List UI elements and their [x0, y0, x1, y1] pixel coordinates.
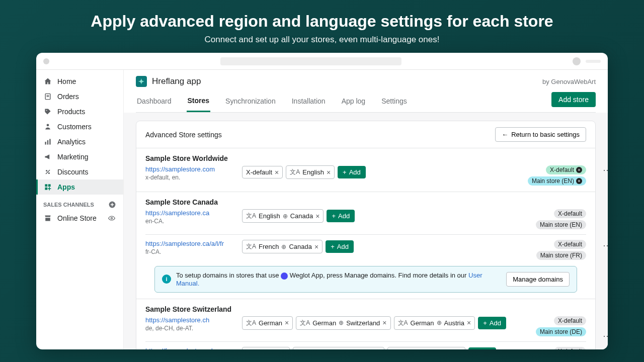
store-locales: fr-CA. — [145, 248, 232, 255]
sidebar-item-label: Home — [57, 77, 76, 85]
badge-xdefault[interactable]: X-default× — [546, 165, 586, 174]
sidebar-item-products[interactable]: Products — [36, 104, 123, 119]
store-url[interactable]: https://samplestore.ca — [145, 209, 232, 217]
badge-mainstore[interactable]: Main store (DE) — [536, 327, 586, 336]
remove-icon[interactable]: × — [327, 169, 331, 176]
store-locales: x-default, en. — [145, 174, 232, 181]
chip-german-at[interactable]: 文AGerman ⊕Austria× — [394, 316, 475, 330]
badge-xdefault[interactable]: X-default — [554, 316, 586, 325]
store-icon — [43, 214, 52, 223]
avatar-icon[interactable] — [573, 57, 581, 65]
badge-mainstore[interactable]: Main store (EN)× — [528, 176, 586, 186]
chip-french-canada[interactable]: 文AFrench ⊕Canada× — [242, 240, 323, 253]
tab-stores[interactable]: Stores — [187, 93, 211, 112]
return-to-basic-button[interactable]: ←Return to basic settings — [495, 127, 586, 142]
sidebar-item-label: Products — [57, 108, 85, 116]
svg-rect-10 — [45, 188, 47, 190]
tab-synchronization[interactable]: Synchronization — [224, 93, 277, 111]
plus-icon: + — [332, 212, 336, 220]
svg-point-12 — [111, 217, 112, 219]
store-locales: en-CA. — [145, 218, 232, 225]
add-chip-button[interactable]: +Add — [338, 166, 366, 178]
add-store-button[interactable]: Add store — [551, 92, 596, 107]
app-title: ✦ Hreflang app — [136, 76, 201, 87]
products-icon — [43, 107, 52, 116]
add-chip-button[interactable]: +Add — [327, 210, 355, 222]
badge-xdefault[interactable]: X-default — [554, 347, 586, 349]
store-url[interactable]: https://samplestore.ca/a/l/fr — [145, 240, 232, 247]
manage-domains-button[interactable]: Manage domains — [506, 272, 570, 287]
badge-xdefault[interactable]: X-default — [554, 240, 586, 249]
store-locales: de, de-CH, de-AT. — [145, 325, 232, 332]
remove-badge-icon[interactable]: × — [576, 178, 582, 184]
remove-badge-icon[interactable]: × — [576, 167, 582, 173]
add-chip-button[interactable]: +Add — [478, 317, 506, 329]
sidebar-item-home[interactable]: Home — [36, 74, 123, 89]
sidebar-item-online-store[interactable]: Online Store — [36, 211, 123, 226]
svg-point-2 — [47, 124, 49, 126]
app-logo-icon: ✦ — [136, 76, 147, 87]
remove-icon[interactable]: × — [275, 169, 279, 176]
store-url[interactable]: https://samplestore.ch — [145, 316, 232, 324]
badge-mainstore[interactable]: Main store (EN) — [536, 220, 586, 229]
more-actions-button[interactable]: ⋯ — [603, 330, 608, 341]
user-placeholder — [586, 60, 601, 63]
store-name: Sample Store Worldwide — [145, 154, 586, 162]
store-canada: Sample Store Canada https://samplestore.… — [136, 192, 595, 299]
chip-german-ch[interactable]: 文AGerman ⊕Switzerland× — [296, 316, 390, 330]
chip-french[interactable]: 文AFrench× — [242, 347, 290, 349]
sidebar-item-apps[interactable]: Apps — [36, 179, 123, 195]
svg-rect-3 — [45, 142, 46, 145]
globe-icon: ⊕ — [339, 319, 344, 326]
hero-title: Apply advanced region and language setti… — [0, 12, 644, 31]
sidebar-item-analytics[interactable]: Analytics — [36, 134, 123, 149]
store-url[interactable]: https://samplestore.com — [145, 165, 232, 173]
globe-icon: ⊕ — [283, 213, 288, 220]
tab-settings[interactable]: Settings — [380, 93, 408, 111]
language-icon: 文A — [290, 168, 300, 176]
plus-icon: + — [483, 319, 487, 327]
more-actions-button[interactable]: ⋯ — [603, 240, 608, 251]
chip-french-ch[interactable]: 文AFrench ⊕Switzerland× — [293, 347, 384, 349]
sidebar-item-customers[interactable]: Customers — [36, 119, 123, 134]
orders-icon — [43, 92, 52, 101]
plus-icon: + — [343, 168, 347, 176]
remove-icon[interactable]: × — [285, 319, 289, 326]
store-worldwide: Sample Store Worldwide https://samplesto… — [136, 148, 595, 192]
sidebar-item-orders[interactable]: Orders — [36, 89, 123, 104]
more-actions-button[interactable]: ⋯ — [603, 164, 608, 175]
badge-mainstore[interactable]: Main store (FR) — [536, 251, 586, 260]
view-icon[interactable] — [107, 214, 116, 223]
sidebar-item-discounts[interactable]: Discounts — [36, 164, 123, 179]
svg-point-1 — [46, 110, 47, 111]
badge-xdefault[interactable]: X-default — [554, 209, 586, 218]
chip-french-at[interactable]: 文AFrench ⊕Austria× — [387, 347, 465, 349]
add-chip-button[interactable]: +Add — [326, 240, 354, 253]
sidebar-item-label: Marketing — [57, 153, 88, 161]
chip-english[interactable]: 文AEnglish× — [286, 165, 335, 179]
store-url[interactable]: https://fr.samplestore.ch — [145, 347, 232, 349]
weglot-info-banner: i To setup domains in stores that use We… — [154, 266, 577, 293]
add-channel-icon[interactable] — [108, 201, 116, 209]
svg-point-6 — [46, 170, 47, 171]
remove-icon[interactable]: × — [314, 243, 318, 250]
language-icon: 文A — [246, 242, 256, 251]
tab-dashboard[interactable]: Dashboard — [136, 93, 173, 111]
remove-icon[interactable]: × — [467, 319, 471, 326]
remove-icon[interactable]: × — [382, 319, 386, 326]
chip-xdefault[interactable]: X-default× — [242, 166, 283, 178]
window-dot — [43, 58, 49, 64]
chip-english-canada[interactable]: 文AEnglish ⊕Canada× — [242, 209, 324, 223]
sidebar-item-label: Analytics — [57, 138, 86, 146]
language-icon: 文A — [398, 319, 408, 327]
titlebar-search-placeholder[interactable] — [220, 57, 401, 65]
tab-installation[interactable]: Installation — [291, 93, 327, 111]
sidebar-item-marketing[interactable]: Marketing — [36, 149, 123, 164]
tab-app-log[interactable]: App log — [341, 93, 366, 111]
chip-german[interactable]: 文AGerman× — [242, 316, 293, 330]
arrow-left-icon: ← — [502, 131, 508, 138]
svg-rect-9 — [48, 184, 51, 187]
svg-rect-8 — [45, 184, 47, 187]
add-chip-button[interactable]: +Add — [468, 347, 497, 349]
remove-icon[interactable]: × — [315, 213, 319, 220]
